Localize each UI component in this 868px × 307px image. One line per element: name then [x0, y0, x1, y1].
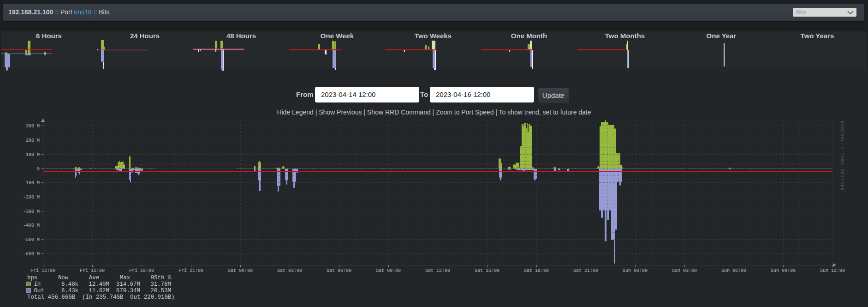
svg-text:Sun 09:00: Sun 09:00 [771, 268, 796, 273]
svg-text:-500 M: -500 M [23, 237, 40, 242]
svg-text:Fri 12:00: Fri 12:00 [30, 268, 55, 273]
svg-text:bps Now Ave Max: bps Now Ave Max 95th % [27, 275, 172, 281]
svg-text:Fri 21:00: Fri 21:00 [178, 268, 203, 273]
svg-text:Sun 00:00: Sun 00:00 [623, 268, 648, 273]
svg-text:In 6.48k 12.40M 314.67: In 6.48k 12.40M 314.67M 31.78M [34, 281, 171, 288]
svg-text:RRDTOOL / TOBI OETIKER: RRDTOOL / TOBI OETIKER [839, 121, 844, 191]
svg-text:-300 M: -300 M [23, 209, 40, 214]
svg-text:100 M: 100 M [26, 152, 40, 157]
svg-text:0: 0 [37, 167, 40, 172]
svg-text:Sat 21:00: Sat 21:00 [573, 268, 598, 273]
svg-text:Out 6.43k 11.62M 679.34: Out 6.43k 11.62M 679.34M 20.53M [34, 288, 171, 294]
svg-text:Fri 15:00: Fri 15:00 [80, 268, 105, 273]
svg-text:Sat 03:00: Sat 03:00 [277, 268, 302, 273]
svg-text:Fri 18:00: Fri 18:00 [129, 268, 154, 273]
svg-text:Sun 03:00: Sun 03:00 [672, 268, 697, 273]
svg-text:Sat 09:00: Sat 09:00 [376, 268, 401, 273]
svg-text:200 M: 200 M [26, 138, 40, 143]
svg-text:Sat 00:00: Sat 00:00 [228, 268, 253, 273]
svg-text:300 M: 300 M [26, 124, 40, 129]
svg-text:Sat 18:00: Sat 18:00 [524, 268, 549, 273]
svg-text:-100 M: -100 M [23, 181, 40, 186]
svg-text:-200 M: -200 M [23, 195, 40, 200]
svg-text:Sun 06:00: Sun 06:00 [721, 268, 746, 273]
svg-text:Total 456.66GB (In 235.74GB: Total 456.66GB (In 235.74GB Out 220.91GB… [27, 294, 175, 301]
svg-text:Sat 12:00: Sat 12:00 [425, 268, 450, 273]
svg-text:Sat 15:00: Sat 15:00 [475, 268, 499, 273]
svg-text:Sun 12:00: Sun 12:00 [820, 268, 845, 273]
svg-text:-400 M: -400 M [23, 223, 40, 228]
svg-text:-600 M: -600 M [23, 252, 40, 257]
svg-text:Sat 06:00: Sat 06:00 [327, 268, 351, 273]
